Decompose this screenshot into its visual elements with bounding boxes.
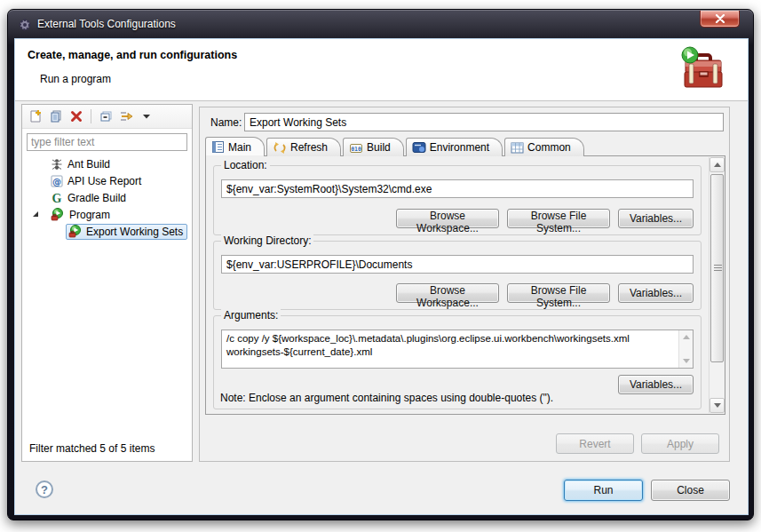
arguments-scrollbar[interactable] bbox=[678, 330, 693, 368]
scroll-up-icon[interactable] bbox=[683, 335, 690, 339]
duplicate-icon[interactable] bbox=[48, 108, 64, 124]
tab-content-scrollbar[interactable] bbox=[709, 157, 724, 413]
run-button[interactable]: Run bbox=[564, 480, 643, 501]
arguments-textarea[interactable]: /c copy /y ${workspace_loc}\.metadata\.p… bbox=[221, 330, 694, 369]
name-input[interactable] bbox=[244, 113, 724, 131]
toolbox-run-icon bbox=[677, 44, 728, 96]
api-report-icon: @ bbox=[51, 175, 63, 187]
menu-dropdown-icon[interactable] bbox=[139, 108, 155, 124]
tree-item-label: Program bbox=[69, 209, 110, 221]
refresh-icon bbox=[273, 141, 287, 155]
tree-selection: Export Working Sets bbox=[66, 224, 187, 240]
configurations-tree: Ant Build @ API Use Report bbox=[22, 155, 192, 240]
tree-item-program[interactable]: Program bbox=[22, 206, 192, 223]
screen: External Tools Configurations Create, ma… bbox=[0, 0, 761, 532]
ant-icon bbox=[51, 158, 63, 171]
scrollbar-up-button[interactable] bbox=[709, 157, 725, 172]
working-directory-input[interactable] bbox=[221, 255, 694, 274]
tree-item-export-working-sets[interactable]: Export Working Sets bbox=[22, 223, 192, 240]
tree-item-api-use-report[interactable]: @ API Use Report bbox=[22, 172, 192, 189]
configurations-panel: Ant Build @ API Use Report bbox=[21, 104, 193, 462]
tree-item-label: Gradle Build bbox=[67, 192, 126, 204]
dialog-content: Create, manage, and run configurations R… bbox=[14, 38, 749, 515]
revert-apply-row: Revert Apply bbox=[556, 433, 719, 454]
scroll-down-icon[interactable] bbox=[683, 359, 690, 363]
new-configuration-icon[interactable] bbox=[28, 108, 44, 124]
configuration-editor: Name: Main bbox=[199, 107, 730, 462]
working-directory-group: Working Directory: Browse Workspace... B… bbox=[213, 241, 702, 310]
arguments-note: Note: Enclose an argument containing spa… bbox=[220, 392, 553, 407]
close-icon bbox=[715, 14, 725, 23]
external-tools-dialog: External Tools Configurations Create, ma… bbox=[7, 9, 754, 520]
tab-label: Environment bbox=[430, 141, 489, 154]
tab-common[interactable]: Common bbox=[504, 138, 584, 156]
svg-text:010: 010 bbox=[351, 145, 361, 152]
svg-text:@: @ bbox=[52, 176, 61, 186]
tree-item-label: Ant Build bbox=[67, 158, 110, 171]
tab-refresh[interactable]: Refresh bbox=[266, 138, 341, 156]
name-label: Name: bbox=[210, 116, 242, 129]
filter-status: Filter matched 5 of 5 items bbox=[29, 442, 155, 455]
configurations-toolbar bbox=[22, 105, 192, 129]
scrollbar-thumb[interactable] bbox=[710, 174, 724, 362]
tree-item-label: Export Working Sets bbox=[86, 226, 183, 238]
scrollbar-down-button[interactable] bbox=[709, 398, 725, 413]
window-close-button[interactable] bbox=[700, 11, 740, 28]
location-browse-workspace-button[interactable]: Browse Workspace... bbox=[396, 209, 499, 228]
dialog-header: Create, manage, and run configurations R… bbox=[15, 39, 748, 101]
main-tab-icon bbox=[211, 140, 225, 154]
tab-label: Refresh bbox=[290, 141, 328, 154]
tab-build[interactable]: 010 Build bbox=[343, 138, 404, 156]
location-input[interactable] bbox=[221, 179, 694, 198]
titlebar[interactable]: External Tools Configurations bbox=[8, 10, 753, 38]
program-icon bbox=[51, 208, 65, 221]
working-directory-label: Working Directory: bbox=[221, 234, 313, 247]
workdir-browse-filesystem-button[interactable]: Browse File System... bbox=[507, 283, 610, 303]
window-title: External Tools Configurations bbox=[37, 18, 176, 30]
workdir-variables-button[interactable]: Variables... bbox=[618, 283, 694, 303]
gradle-icon: G bbox=[51, 192, 63, 204]
arguments-value: /c copy /y ${workspace_loc}\.metadata\.p… bbox=[226, 332, 685, 359]
help-button[interactable]: ? bbox=[36, 480, 53, 498]
toolbar-separator bbox=[91, 109, 91, 123]
arguments-variables-button[interactable]: Variables... bbox=[618, 375, 694, 394]
location-label: Location: bbox=[221, 159, 270, 171]
collapse-all-icon[interactable] bbox=[98, 108, 114, 124]
common-icon bbox=[511, 142, 524, 154]
dialog-header-title: Create, manage, and run configurations bbox=[28, 49, 237, 61]
filter-icon[interactable] bbox=[118, 108, 134, 124]
revert-button[interactable]: Revert bbox=[556, 433, 634, 454]
tab-content-main: Location: Browse Workspace... Browse Fil… bbox=[205, 155, 725, 415]
build-icon: 010 bbox=[349, 141, 363, 155]
delete-icon[interactable] bbox=[68, 108, 84, 124]
location-group: Location: Browse Workspace... Browse Fil… bbox=[213, 165, 702, 235]
expand-arrow-icon[interactable] bbox=[32, 210, 39, 218]
tree-item-gradle-build[interactable]: G Gradle Build bbox=[22, 189, 192, 206]
gear-icon bbox=[18, 18, 32, 32]
location-browse-filesystem-button[interactable]: Browse File System... bbox=[507, 209, 610, 228]
tab-label: Main bbox=[228, 141, 251, 154]
environment-icon bbox=[412, 141, 426, 154]
dialog-header-subtitle: Run a program bbox=[40, 73, 111, 85]
filter-input[interactable] bbox=[27, 133, 187, 151]
program-icon bbox=[68, 225, 83, 238]
tab-main[interactable]: Main bbox=[205, 137, 265, 156]
workdir-browse-workspace-button[interactable]: Browse Workspace... bbox=[396, 283, 499, 303]
svg-text:G: G bbox=[52, 192, 62, 204]
tab-environment[interactable]: Environment bbox=[406, 138, 503, 156]
tab-bar: Main Refresh bbox=[205, 137, 586, 156]
location-variables-button[interactable]: Variables... bbox=[618, 209, 694, 228]
tree-item-ant-build[interactable]: Ant Build bbox=[22, 155, 192, 172]
tree-item-label: API Use Report bbox=[67, 175, 141, 187]
apply-button[interactable]: Apply bbox=[641, 433, 719, 454]
help-icon: ? bbox=[41, 483, 48, 496]
close-button[interactable]: Close bbox=[651, 480, 730, 501]
tab-label: Build bbox=[367, 141, 391, 154]
tab-label: Common bbox=[527, 141, 571, 154]
arguments-label: Arguments: bbox=[221, 309, 281, 322]
